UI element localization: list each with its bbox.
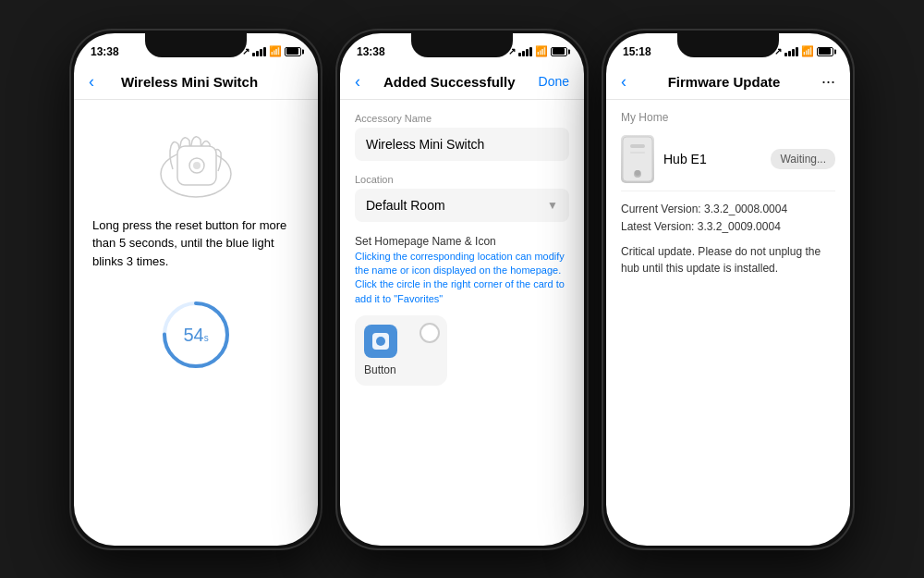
battery-icon-1 bbox=[285, 47, 301, 56]
signal-bars-3 bbox=[784, 47, 798, 56]
bar4 bbox=[263, 47, 266, 56]
button-device-icon bbox=[371, 331, 391, 351]
nav-bar-3: ‹ Firmware Update ··· bbox=[606, 67, 850, 100]
bar3 bbox=[526, 49, 529, 56]
bar1 bbox=[252, 53, 255, 56]
back-button-2[interactable]: ‹ bbox=[355, 72, 360, 92]
bar2 bbox=[256, 51, 259, 56]
location-label: Location bbox=[355, 174, 569, 185]
signal-bars-1 bbox=[252, 47, 266, 56]
battery-fill-1 bbox=[286, 48, 298, 55]
homepage-desc-text: Clicking the corresponding location can … bbox=[355, 251, 565, 276]
nav-title-1: Wireless Mini Switch bbox=[121, 74, 258, 90]
phone-2: 13:38 ↗ 📶 ‹ Add bbox=[337, 31, 587, 548]
homepage-desc-link[interactable]: Click the circle in the right corner of … bbox=[355, 278, 565, 303]
phone-1-screen: 13:38 ↗ 📶 ‹ Wir bbox=[74, 33, 318, 546]
homepage-desc: Clicking the corresponding location can … bbox=[355, 250, 569, 307]
timer-value: 54 bbox=[183, 325, 203, 345]
home-label: My Home bbox=[621, 111, 835, 124]
nav-title-2: Added Successfully bbox=[383, 74, 516, 90]
accessory-name-label: Accessory Name bbox=[355, 113, 569, 124]
bar4 bbox=[529, 47, 532, 56]
bar3 bbox=[260, 49, 262, 56]
hub-device-svg bbox=[621, 135, 654, 183]
instruction-text: Long press the reset button for more tha… bbox=[92, 216, 299, 271]
critical-update-text: Critical update. Please do not unplug th… bbox=[621, 243, 835, 277]
svg-rect-8 bbox=[623, 137, 652, 181]
phone-1-notch bbox=[145, 33, 247, 57]
current-version: Current Version: 3.3.2_0008.0004 bbox=[621, 201, 835, 218]
done-button[interactable]: Done bbox=[539, 74, 569, 89]
nav-bar-2: ‹ Added Successfully Done bbox=[340, 67, 584, 100]
phone1-content: Long press the reset button for more tha… bbox=[74, 118, 318, 373]
svg-point-7 bbox=[376, 337, 385, 346]
bar1 bbox=[518, 53, 521, 56]
latest-version: Latest Version: 3.3.2_0009.0004 bbox=[621, 218, 835, 236]
device-card-toggle[interactable] bbox=[419, 323, 440, 343]
hub-name: Hub E1 bbox=[663, 152, 761, 166]
switch-hand-svg bbox=[145, 118, 247, 202]
phone-2-notch bbox=[411, 33, 513, 57]
device-card[interactable]: Button bbox=[355, 315, 447, 386]
bar2 bbox=[522, 51, 525, 56]
svg-point-3 bbox=[193, 162, 201, 169]
status-icons-2: ↗ 📶 bbox=[508, 45, 567, 57]
svg-point-9 bbox=[634, 170, 641, 178]
bar3 bbox=[792, 49, 795, 56]
timer-container: 54s bbox=[92, 298, 299, 372]
bar2 bbox=[788, 51, 791, 56]
nav-title-3: Firmware Update bbox=[668, 74, 781, 90]
device-name: Button bbox=[364, 363, 396, 376]
timer-display: 54s bbox=[183, 325, 208, 346]
wifi-icon-1: 📶 bbox=[269, 45, 282, 57]
wifi-icon-3: 📶 bbox=[801, 45, 814, 57]
battery-fill-3 bbox=[819, 48, 831, 55]
signal-bars-2 bbox=[518, 47, 532, 56]
phone-1: 13:38 ↗ 📶 ‹ Wir bbox=[71, 31, 321, 548]
phone2-content: Accessory Name Wireless Mini Switch Loca… bbox=[340, 113, 584, 387]
accessory-name-input[interactable]: Wireless Mini Switch bbox=[355, 128, 569, 161]
location-dropdown[interactable]: Default Room ▼ bbox=[355, 189, 569, 222]
hub-row: Hub E1 Waiting... bbox=[621, 128, 835, 191]
phone-2-screen: 13:38 ↗ 📶 ‹ Add bbox=[340, 33, 584, 546]
status-icons-1: ↗ 📶 bbox=[242, 45, 301, 57]
svg-rect-10 bbox=[630, 144, 645, 148]
timer-ring: 54s bbox=[159, 298, 233, 372]
phones-container: 13:38 ↗ 📶 ‹ Wir bbox=[53, 12, 871, 567]
svg-rect-11 bbox=[630, 152, 645, 154]
more-button-3[interactable]: ··· bbox=[821, 72, 835, 92]
hub-badge: Waiting... bbox=[771, 149, 835, 169]
homepage-section-label: Set Homepage Name & Icon bbox=[355, 235, 569, 248]
status-time-1: 13:38 bbox=[91, 45, 119, 58]
status-time-2: 13:38 bbox=[357, 45, 385, 58]
battery-fill-2 bbox=[553, 48, 565, 55]
battery-icon-3 bbox=[817, 47, 833, 56]
back-button-1[interactable]: ‹ bbox=[89, 72, 94, 92]
status-icons-3: ↗ 📶 bbox=[774, 45, 833, 57]
status-time-3: 15:18 bbox=[623, 45, 651, 58]
phone3-content: My Home Hub E1 Waiting... bbox=[606, 111, 850, 277]
chevron-down-icon: ▼ bbox=[547, 199, 558, 212]
back-button-3[interactable]: ‹ bbox=[621, 72, 626, 92]
nav-bar-1: ‹ Wireless Mini Switch bbox=[74, 67, 318, 100]
hub-info: Hub E1 bbox=[663, 152, 761, 166]
battery-icon-2 bbox=[551, 47, 567, 56]
location-value: Default Room bbox=[366, 198, 445, 213]
phone-3-screen: 15:18 ↗ 📶 ‹ Fir bbox=[606, 33, 850, 546]
device-illustration bbox=[92, 118, 299, 202]
hub-icon bbox=[621, 135, 654, 183]
version-info: Current Version: 3.3.2_0008.0004 Latest … bbox=[621, 201, 835, 236]
device-icon-button[interactable] bbox=[364, 325, 397, 358]
bar1 bbox=[784, 53, 787, 56]
phone-3-notch bbox=[677, 33, 779, 57]
bar4 bbox=[796, 47, 798, 56]
timer-unit: s bbox=[204, 333, 209, 343]
phone-3: 15:18 ↗ 📶 ‹ Fir bbox=[603, 31, 853, 548]
wifi-icon-2: 📶 bbox=[535, 45, 548, 57]
